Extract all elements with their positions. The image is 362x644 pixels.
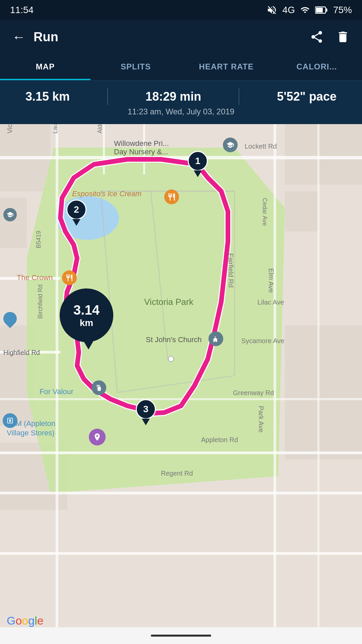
status-icons: 4G 75%	[266, 5, 352, 15]
stat-distance: 3.15 km	[25, 90, 70, 104]
bubble-distance-value: 3.14	[73, 303, 100, 318]
label-lockett-rd: Lockett Rd	[245, 143, 277, 150]
label-elm-ave: Elm Ave	[267, 268, 275, 293]
label-park-ave: Park Ave	[257, 406, 265, 433]
stats-row: 3.15 km 18:29 min 5'52" pace	[0, 88, 362, 105]
label-laurel-bank: Laurel Bank	[52, 124, 59, 133]
tab-map[interactable]: MAP	[0, 53, 90, 80]
label-espositos: Esposito's Ice Cream	[72, 190, 141, 198]
label-for-valour: For Valour	[40, 387, 73, 396]
pin-1-tail	[194, 170, 202, 177]
stats-bar: 3.15 km 18:29 min 5'52" pace 11:23 am, W…	[0, 80, 362, 124]
label-regent-rd: Regent Rd	[161, 470, 193, 477]
tab-calories[interactable]: CALORI...	[272, 53, 362, 80]
map-svg	[0, 124, 362, 644]
label-day-nursery: Day Nursery &...	[114, 148, 168, 156]
bubble-distance-unit: km	[80, 318, 93, 328]
pin-3-tail	[142, 419, 150, 425]
battery-text: 75%	[333, 5, 352, 15]
svg-rect-2	[326, 8, 327, 12]
status-bar: 11:54 4G 75%	[0, 0, 362, 20]
label-atm2: Village Stores)	[7, 429, 55, 437]
label-greenway-rd: Greenway Rd	[233, 389, 274, 397]
stats-datetime: 11:23 am, Wed, July 03, 2019	[128, 107, 234, 116]
battery-icon	[315, 5, 328, 15]
tab-heart-rate[interactable]: HEART RATE	[181, 53, 272, 80]
poi-school-icon	[223, 138, 238, 152]
share-button[interactable]	[310, 30, 324, 44]
stat-divider-1	[107, 88, 108, 105]
pin-1-circle: 1	[188, 151, 208, 171]
time: 11:54	[10, 5, 34, 15]
header: ← Run	[0, 20, 362, 54]
page-title: Run	[34, 30, 58, 44]
poi-food-icon	[164, 190, 179, 204]
delete-button[interactable]	[336, 30, 350, 44]
label-fairfield-rd: Fairfield Rd	[227, 253, 235, 287]
label-alder-ave: Alder Ave	[97, 124, 104, 133]
label-cedar-ave: Cedar Ave	[261, 198, 268, 226]
pin-3-circle: 3	[136, 399, 156, 419]
header-left: ← Run	[12, 30, 58, 45]
distance-bubble: 3.14 km	[60, 288, 113, 342]
poi-monument-icon	[92, 380, 106, 395]
poi-store-icon	[89, 429, 106, 445]
stat-duration: 18:29 min	[145, 90, 201, 104]
tab-bar: MAP SPLITS HEART RATE CALORI...	[0, 54, 362, 80]
label-appleton-rd: Appleton Rd	[201, 436, 238, 444]
label-victoria-ave: Victoria Ave	[6, 124, 14, 133]
label-victoria-park: Victoria Park	[144, 297, 193, 307]
label-b5419: B5419	[35, 231, 42, 248]
poi-church-icon	[208, 331, 223, 346]
svg-rect-5	[0, 198, 27, 248]
google-logo: G o o g l e	[7, 614, 44, 627]
route-pin-1: 1	[186, 151, 209, 179]
signal-icon	[300, 5, 310, 15]
svg-rect-8	[285, 325, 362, 460]
mute-icon	[266, 5, 277, 15]
pin-2-circle: 2	[66, 200, 86, 220]
label-sycamore-ave: Sycamore Ave	[241, 337, 285, 345]
pin-2-tail	[72, 219, 80, 226]
stat-pace: 5'52" pace	[277, 90, 337, 104]
home-indicator	[151, 635, 211, 637]
route-pin-2: 2	[65, 200, 88, 228]
svg-rect-6	[285, 124, 362, 184]
label-birchfield-rd: Birchfield Rd	[37, 284, 44, 319]
tab-splits[interactable]: SPLITS	[90, 53, 181, 80]
label-lilac-ave: Lilac Ave	[257, 299, 284, 306]
back-button[interactable]: ←	[12, 30, 25, 45]
label-the-crown: The Crown	[17, 273, 53, 282]
stat-divider-2	[239, 88, 239, 105]
svg-rect-7	[285, 191, 318, 231]
poi-atm-icon	[3, 413, 17, 428]
label-highfield-rd: Highfield Rd	[3, 349, 40, 357]
bottom-bar	[0, 627, 362, 644]
label-willowdene: Willowdene Pri...	[114, 139, 169, 148]
poi-crown-icon	[62, 270, 77, 285]
poi-school-left-icon	[3, 208, 17, 221]
label-st-johns: St John's Church	[146, 335, 202, 344]
bubble-tail	[84, 341, 93, 350]
signal-text: 4G	[283, 5, 295, 15]
map-view[interactable]: Willowdene Pri... Day Nursery &... Espos…	[0, 124, 362, 644]
svg-point-28	[168, 356, 174, 362]
header-actions	[310, 30, 350, 44]
route-pin-3: 3	[134, 399, 158, 428]
svg-rect-1	[316, 8, 323, 12]
